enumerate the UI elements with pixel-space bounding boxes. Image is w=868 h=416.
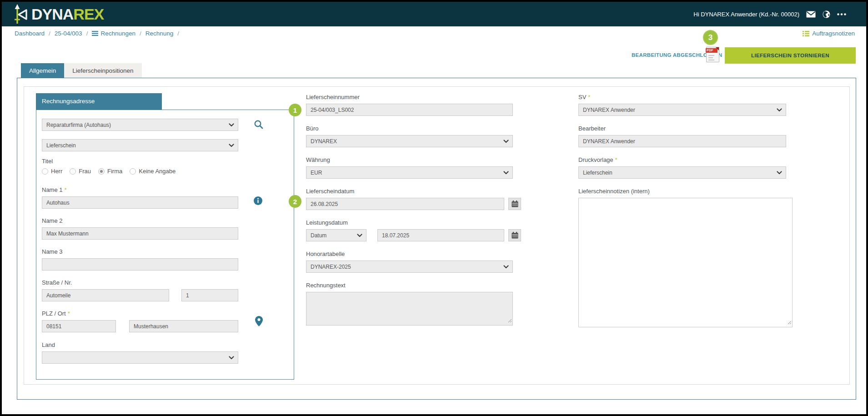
rechnungsadresse-panel-title: Rechnungsadresse: [36, 93, 162, 110]
titel-radio-group: Herr Frau Firma Keine Angabe: [42, 168, 294, 175]
street-input[interactable]: [42, 289, 169, 301]
country-select[interactable]: [42, 351, 238, 364]
druckvorlage-select[interactable]: Lieferschein: [578, 166, 786, 179]
name2-label: Name 2: [42, 217, 294, 224]
address-type-select[interactable]: Reparaturfirma (Autohaus): [42, 119, 238, 131]
notes-textarea[interactable]: [578, 198, 793, 327]
invoice-text-label: Rechnungstext: [306, 282, 521, 289]
chevron-down-icon: [229, 356, 234, 360]
calendar-icon: [512, 232, 518, 239]
ls-date-calendar-button[interactable]: [508, 198, 521, 210]
chevron-down-icon: [357, 234, 362, 237]
info-icon[interactable]: [254, 196, 262, 205]
breadcrumb-item-order[interactable]: 25-04/003: [55, 30, 82, 37]
street-label: Straße / Nr.: [42, 279, 294, 286]
top-header: DYNAREX Hi DYNAREX Anwender (Kd.-Nr. 000…: [2, 2, 866, 26]
lieferschein-details-column: Lieferscheinnummer Büro DYNAREX Währung: [306, 94, 521, 335]
sv-label: SV*: [578, 94, 793, 100]
user-greeting: Hi DYNAREX Anwender (Kd.-Nr. 00002): [693, 11, 799, 18]
list-menu-icon: [92, 31, 98, 36]
tab-lieferscheinpositionen[interactable]: Lieferscheinpositionen: [64, 63, 141, 78]
app-window: DYNAREX Hi DYNAREX Anwender (Kd.-Nr. 000…: [0, 0, 868, 416]
rechnungsadresse-panel: Rechnungsadresse Reparaturfirma (Autohau…: [36, 93, 294, 380]
radio-keine-angabe[interactable]: Keine Angabe: [130, 168, 176, 175]
invoice-text-textarea[interactable]: [306, 292, 513, 326]
address-source-select[interactable]: Lieferschein: [42, 139, 238, 151]
lieferschein-stornieren-button[interactable]: LIEFERSCHEIN STORNIEREN: [725, 47, 856, 64]
currency-select[interactable]: EUR: [306, 166, 513, 179]
breadcrumb-item-dashboard[interactable]: Dashboard: [15, 30, 45, 37]
service-date-calendar-button[interactable]: [508, 229, 521, 241]
chevron-down-icon: [229, 123, 234, 127]
chevron-down-icon: [777, 108, 782, 112]
name2-input[interactable]: [42, 227, 238, 240]
tab-allgemein[interactable]: Allgemein: [21, 63, 64, 78]
chevron-down-icon: [503, 265, 509, 269]
city-input[interactable]: [129, 320, 238, 332]
sv-select[interactable]: DYNAREX Anwender: [578, 104, 786, 116]
ls-number-input[interactable]: [306, 104, 513, 116]
auftragsnotizen-link[interactable]: Auftragsnotizen: [803, 30, 855, 37]
street-no-input[interactable]: [181, 289, 238, 301]
fee-table-select[interactable]: DYNAREX-2025: [306, 261, 513, 273]
logo-arrow-icon: [14, 4, 29, 24]
chevron-down-icon: [503, 140, 509, 143]
currency-label: Währung: [306, 156, 521, 163]
chevron-down-icon: [503, 171, 509, 175]
service-date-label: Leistungsdatum: [306, 219, 521, 226]
chevron-down-icon: [229, 144, 234, 147]
radio-frau[interactable]: Frau: [70, 168, 91, 175]
breadcrumb: Dashboard / 25-04/003 / Rechnungen / Rec…: [15, 30, 179, 37]
rechnungsadresse-panel-body: Reparaturfirma (Autohaus) Lieferschein T…: [36, 110, 294, 380]
titel-label: Titel: [42, 158, 294, 165]
annotation-badge-1: 1: [289, 104, 301, 116]
notes-label: Lieferscheinnotizen (intern): [578, 188, 793, 195]
name1-label: Name 1*: [42, 186, 294, 193]
form-panel: 1 2 Rechnungsadresse Reparaturfirma (Aut…: [24, 86, 850, 385]
logo-text: DYNAREX: [31, 6, 104, 22]
country-label: Land: [42, 341, 294, 348]
plz-input[interactable]: [42, 320, 116, 332]
radio-firma[interactable]: Firma: [98, 168, 122, 175]
office-label: Büro: [306, 125, 521, 132]
ls-date-input[interactable]: [306, 198, 504, 210]
breadcrumb-item-rechnungen[interactable]: Rechnungen: [92, 30, 135, 37]
search-icon[interactable]: [254, 120, 264, 130]
service-date-type-select[interactable]: Datum: [306, 229, 366, 241]
office-select[interactable]: DYNAREX: [306, 135, 513, 147]
app-logo[interactable]: DYNAREX: [14, 4, 104, 24]
name1-input[interactable]: [42, 196, 238, 209]
annotation-badge-2: 2: [289, 195, 301, 208]
ls-number-label: Lieferscheinnummer: [306, 94, 521, 100]
content-card: 1 2 Rechnungsadresse Reparaturfirma (Aut…: [17, 78, 856, 400]
bearbeiter-input[interactable]: [578, 135, 786, 147]
overflow-menu-icon[interactable]: [837, 13, 846, 15]
fee-table-label: Honorartabelle: [306, 251, 521, 257]
bearbeiter-label: Bearbeiter: [578, 125, 793, 132]
notes-list-icon: [803, 31, 809, 36]
pdf-preview-icon[interactable]: PDF: [706, 47, 719, 62]
tab-bar: Allgemein Lieferscheinpositionen: [21, 63, 142, 78]
radio-herr[interactable]: Herr: [42, 168, 62, 175]
name3-label: Name 3: [42, 248, 294, 255]
service-date-input[interactable]: [377, 229, 504, 241]
chevron-down-icon: [777, 171, 782, 175]
name3-input[interactable]: [42, 258, 238, 271]
annotation-badge-3: 3: [703, 30, 718, 45]
breadcrumb-item-rechnung[interactable]: Rechnung: [146, 30, 174, 37]
druckvorlage-label: Druckvorlage*: [578, 156, 793, 163]
meta-column: SV* DYNAREX Anwender Bearbeiter Druckvor…: [578, 94, 793, 336]
calendar-icon: [512, 200, 518, 207]
ls-date-label: Lieferscheindatum: [306, 188, 521, 195]
mail-icon[interactable]: [806, 11, 816, 18]
map-pin-icon[interactable]: [255, 316, 263, 326]
globe-icon[interactable]: [823, 10, 830, 18]
